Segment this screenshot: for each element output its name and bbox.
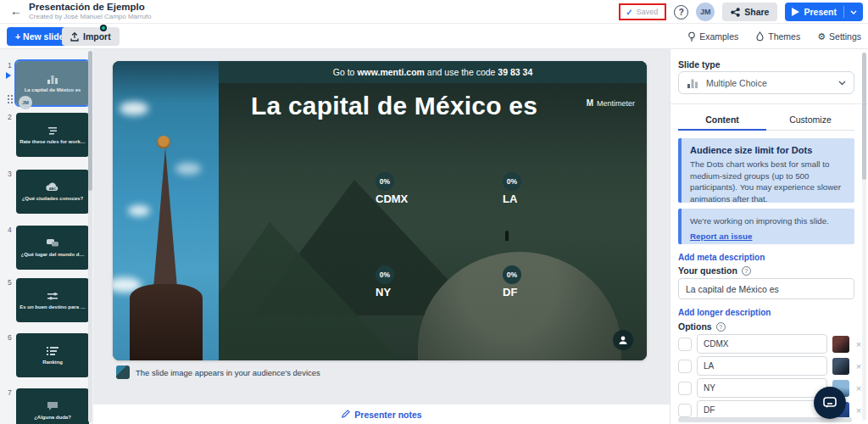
top-header: ← Presentación de Ejemplo Created by Jos… (0, 0, 868, 24)
ranking-icon (46, 346, 59, 356)
collaborator-avatar: JM (19, 96, 32, 109)
option-label: DF (503, 286, 517, 298)
word-cloud-icon: ABC (45, 182, 60, 192)
slide-number: 5 (8, 278, 12, 287)
share-button[interactable]: Share (722, 3, 777, 21)
editor-canvas: Go to www.menti.com and use the code 39 … (93, 49, 670, 404)
correct-answer-checkbox[interactable] (678, 360, 692, 373)
present-button[interactable]: Present (785, 3, 863, 21)
slide-type-label: Slide type (678, 59, 854, 70)
option-input[interactable] (697, 356, 827, 376)
slide-thumbnail-4[interactable]: ¿Qué lugar del mundo d… (16, 226, 89, 270)
panel-scrollbar[interactable] (862, 53, 866, 421)
import-button[interactable]: Import (62, 27, 120, 46)
slide-preview[interactable]: Go to www.menti.com and use the code 39 … (113, 61, 647, 360)
panel-divider (670, 103, 868, 104)
check-icon: ✓ (626, 8, 632, 17)
result-percentage-badge: 0% (503, 265, 521, 284)
option-image-thumbnail[interactable] (832, 358, 849, 375)
improvement-notice: We're working on improving this slide. R… (678, 209, 854, 244)
scales-icon (46, 126, 59, 136)
slide-number: 3 (8, 170, 12, 178)
question-label: Your question (678, 265, 737, 276)
tab-content[interactable]: Content (678, 109, 766, 130)
support-chat-button[interactable] (814, 387, 846, 419)
slide-row-6: 6 Ranking (0, 333, 93, 377)
settings-label: Settings (829, 31, 861, 42)
sidebar-scrollbar[interactable] (88, 51, 92, 422)
drag-handle-icon[interactable] (7, 94, 13, 103)
join-prefix: Go to (333, 67, 358, 77)
bar-chart-icon (687, 78, 699, 88)
presentation-title: Presentación de Ejemplo (29, 2, 152, 12)
slide-toolbar: + New slide Import Examples Themes ⚙ Set… (0, 24, 868, 49)
slide-thumbnail-5[interactable]: Es un buen destino para … (16, 278, 89, 322)
slide-settings-panel: Slide type Multiple Choice Content Custo… (670, 49, 868, 424)
slide-image-thumbnail[interactable] (116, 365, 130, 379)
present-dropdown-button[interactable] (844, 10, 863, 14)
gear-icon: ⚙ (817, 31, 826, 42)
open-ended-icon (46, 238, 59, 248)
slide-option-la: 0% LA (503, 172, 521, 205)
user-avatar[interactable]: JM (696, 3, 715, 21)
qa-bubble-icon (47, 401, 58, 411)
correct-answer-checkbox[interactable] (678, 382, 692, 395)
question-input[interactable] (678, 278, 854, 299)
slide-thumbnail-7[interactable]: ¿Alguna duda? (16, 388, 89, 424)
points-slider-icon (46, 292, 59, 301)
settings-button[interactable]: ⚙ Settings (817, 31, 861, 42)
add-meta-description-link[interactable]: Add meta description (678, 253, 765, 262)
notice-body: The Dots chart works best for small to m… (690, 159, 846, 205)
slide-number: 6 (8, 333, 12, 342)
mentimeter-logo-mark: M (587, 98, 593, 108)
participants-button[interactable] (613, 330, 633, 350)
slide-thumbnail-3[interactable]: ABC ¿Qué ciudades conoces? (16, 170, 89, 214)
tab-customize[interactable]: Customize (766, 109, 854, 130)
back-arrow-icon[interactable]: ← (10, 4, 22, 18)
slide-type-dropdown[interactable]: Multiple Choice (678, 71, 854, 94)
help-icon[interactable]: ? (716, 322, 726, 332)
slide-thumbnail-label: Es un buen destino para … (19, 304, 85, 310)
examples-label: Examples (699, 31, 738, 42)
examples-button[interactable]: Examples (687, 31, 738, 42)
presentation-title-block[interactable]: Presentación de Ejemplo Created by José … (29, 2, 152, 20)
slide-thumbnail-6[interactable]: Ranking (16, 333, 89, 377)
add-longer-description-link[interactable]: Add longer description (678, 308, 771, 317)
slide-thumbnail-label: La capital de México es (25, 87, 81, 92)
result-percentage-badge: 0% (503, 172, 521, 191)
correct-answer-checkbox[interactable] (678, 338, 692, 351)
slide-row-2: 2 Rate these rules for work… (0, 113, 93, 157)
help-icon[interactable]: ? (742, 266, 751, 276)
lightbulb-icon (687, 31, 696, 42)
pencil-icon (341, 410, 350, 419)
option-input[interactable] (697, 378, 827, 398)
upload-icon (70, 32, 79, 42)
share-label: Share (744, 7, 769, 17)
slide-question-title[interactable]: La capital de México es (251, 92, 537, 120)
options-label: Options (678, 321, 712, 332)
slide-thumbnail-1[interactable]: La capital de México es JM (16, 61, 89, 105)
sidebar-scrollbar-thumb[interactable] (88, 51, 92, 191)
option-input[interactable] (697, 334, 827, 354)
option-label: LA (503, 192, 517, 205)
chat-bubble-icon (823, 397, 837, 409)
option-image-thumbnail[interactable] (832, 336, 849, 353)
presenter-notes-bar[interactable]: Presenter notes (93, 404, 670, 424)
correct-answer-checkbox[interactable] (678, 404, 692, 417)
themes-button[interactable]: Themes (755, 31, 800, 42)
slide-thumbnail-label: Ranking (42, 360, 63, 365)
slide-list-sidebar: 1 La capital de México es JM 2 Rate thes… (0, 49, 93, 424)
slide-row-5: 5 Es un buen destino para … (0, 278, 93, 322)
slide-row-3: 3 ABC ¿Qué ciudades conoces? (0, 170, 93, 214)
slide-row-7: 7 ¿Alguna duda? (0, 388, 93, 424)
monument-column-base (130, 284, 203, 360)
join-instructions-bar: Go to www.menti.com and use the code 39 … (219, 61, 647, 83)
panel-scrollbar-thumb[interactable] (862, 53, 866, 180)
help-icon[interactable]: ? (674, 5, 688, 20)
notice-title: Audience size limit for Dots (690, 145, 846, 155)
slide-option-df: 0% DF (503, 265, 521, 298)
report-issue-link[interactable]: Report an issue (690, 232, 753, 241)
slide-thumbnail-2[interactable]: Rate these rules for work… (16, 113, 89, 157)
share-icon (731, 8, 740, 17)
slide-thumbnail-label: ¿Alguna duda? (34, 415, 71, 420)
